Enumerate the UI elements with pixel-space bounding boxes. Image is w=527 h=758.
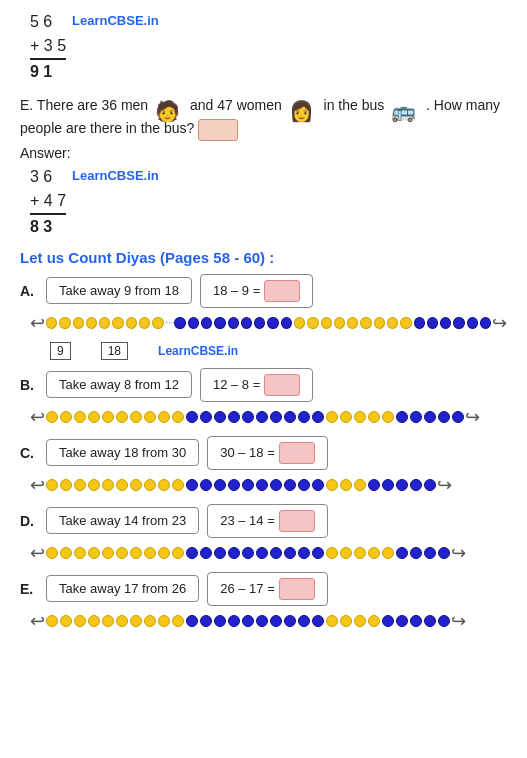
exercise-c-row: C. Take away 18 from 30 30 – 18 = [20, 436, 507, 470]
exercise-e-take-away: Take away 17 from 26 [46, 575, 199, 602]
arrow-left-c: ↩ [30, 474, 45, 496]
exercise-a-label: A. [20, 283, 38, 299]
arrow-left-d: ↩ [30, 542, 45, 564]
exercise-a-take-away: Take away 9 from 18 [46, 277, 192, 304]
answer-line2: + 4 7 [30, 189, 66, 213]
exercise-d-row: D. Take away 14 from 23 23 – 14 = [20, 504, 507, 538]
bead-row-b: ↩ ↪ [30, 406, 507, 428]
section-title: Let us Count Diyas (Pages 58 - 60) : [20, 249, 507, 266]
exercise-d-label: D. [20, 513, 38, 529]
exercise-c-label: C. [20, 445, 38, 461]
arrow-left-e: ↩ [30, 610, 45, 632]
top-addition: 5 6 + 3 5 9 1 [30, 10, 66, 84]
arrow-right-e: ↪ [451, 610, 466, 632]
exercise-c-answer [279, 442, 315, 464]
top-result: 9 1 [30, 58, 66, 84]
exercise-a: A. Take away 9 from 18 18 – 9 = ↩ ····· [20, 274, 507, 360]
exercise-c: C. Take away 18 from 30 30 – 18 = ↩ [20, 436, 507, 496]
bead-row-d: ↩ ↪ [30, 542, 507, 564]
arrow-left-a: ↩ [30, 312, 45, 334]
bead-row-a: ↩ ····· [30, 312, 507, 334]
bus-icon: 🚌 [391, 95, 419, 117]
answer-addition: 3 6 + 4 7 8 3 [30, 165, 66, 239]
bead-row-c: ↩ ↪ [30, 474, 507, 496]
exercise-a-answer [264, 280, 300, 302]
exercise-b-label: B. [20, 377, 38, 393]
exercise-c-take-away: Take away 18 from 30 [46, 439, 199, 466]
question-e-text: E. There are 36 men 🧑 and 47 women 👩 in … [20, 94, 507, 141]
exercise-d-take-away: Take away 14 from 23 [46, 507, 199, 534]
question-e-answer-box [198, 119, 238, 141]
exercise-e-equation: 26 – 17 = [207, 572, 328, 606]
arrow-left-b: ↩ [30, 406, 45, 428]
brand-logo-nl: LearnCBSE.in [158, 344, 238, 358]
exercise-b-take-away: Take away 8 from 12 [46, 371, 192, 398]
exercise-e-label: E. [20, 581, 38, 597]
woman-icon: 👩 [289, 95, 317, 117]
answer-label: Answer: [20, 145, 507, 161]
top-section: 5 6 + 3 5 9 1 LearnCBSE.in [20, 10, 507, 84]
arrow-right-c: ↪ [437, 474, 452, 496]
arrow-right-a: ↪ [492, 312, 507, 334]
top-line2: + 3 5 [30, 34, 66, 58]
exercise-e: E. Take away 17 from 26 26 – 17 = ↩ [20, 572, 507, 632]
nl-box-18: 18 [101, 342, 128, 360]
bead-row-e: ↩ ↪ [30, 610, 507, 632]
answer-result: 8 3 [30, 213, 66, 239]
exercise-b-answer [264, 374, 300, 396]
arrow-right-d: ↪ [451, 542, 466, 564]
brand-logo-answer: LearnCBSE.in [72, 168, 159, 183]
exercise-d: D. Take away 14 from 23 23 – 14 = ↩ [20, 504, 507, 564]
arrow-right-b: ↪ [465, 406, 480, 428]
answer-line1: 3 6 [30, 165, 66, 189]
exercise-e-row: E. Take away 17 from 26 26 – 17 = [20, 572, 507, 606]
exercise-c-equation: 30 – 18 = [207, 436, 328, 470]
exercise-a-equation: 18 – 9 = [200, 274, 313, 308]
man-icon: 🧑 [155, 95, 183, 117]
exercise-b-row: B. Take away 8 from 12 12 – 8 = [20, 368, 507, 402]
exercise-a-row: A. Take away 9 from 18 18 – 9 = [20, 274, 507, 308]
nl-box-9: 9 [50, 342, 71, 360]
exercise-d-answer [279, 510, 315, 532]
exercise-b: B. Take away 8 from 12 12 – 8 = ↩ [20, 368, 507, 428]
exercise-b-equation: 12 – 8 = [200, 368, 313, 402]
top-line1: 5 6 [30, 10, 66, 34]
exercise-d-equation: 23 – 14 = [207, 504, 328, 538]
brand-logo-top: LearnCBSE.in [72, 13, 159, 28]
exercise-e-answer [279, 578, 315, 600]
